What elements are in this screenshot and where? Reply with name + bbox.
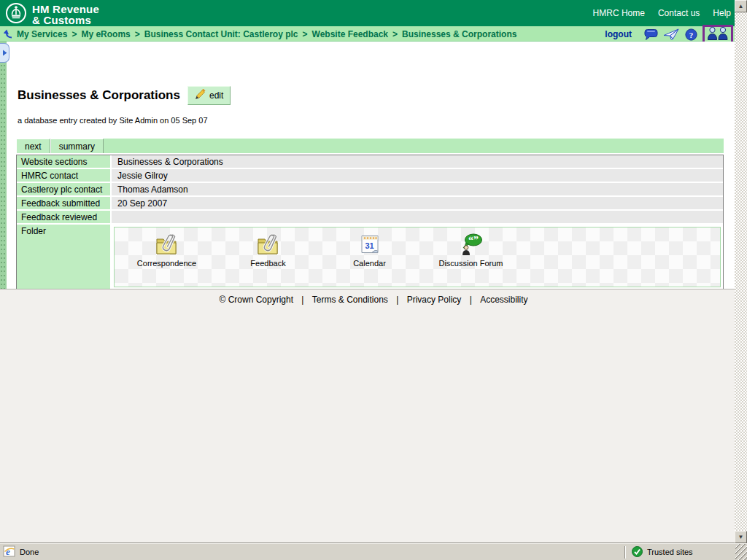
trusted-sites-check-icon bbox=[632, 546, 643, 559]
link-hmrc-home[interactable]: HMRC Home bbox=[593, 8, 645, 18]
crown-copyright: © Crown Copyright bbox=[219, 295, 293, 305]
crumb-separator: > bbox=[392, 29, 398, 39]
up-level-icon[interactable] bbox=[3, 29, 12, 39]
crumb-separator: > bbox=[303, 29, 308, 39]
field-value: Thomas Adamson bbox=[112, 183, 723, 197]
folder-item-discussion-forum[interactable]: “” Discussion Forum bbox=[420, 231, 522, 268]
folder-item-correspondence[interactable]: Correspondence bbox=[116, 231, 217, 268]
tab-next[interactable]: next bbox=[16, 139, 50, 153]
resize-grip bbox=[735, 544, 747, 560]
calendar-icon: 31 bbox=[359, 231, 381, 257]
send-plane-icon[interactable] bbox=[663, 28, 680, 40]
folder-row: Folder bbox=[17, 225, 723, 289]
folder-contents: Correspondence bbox=[114, 227, 721, 287]
security-zone-section: Trusted sites bbox=[626, 546, 735, 559]
field-label: HMRC contact bbox=[17, 169, 112, 183]
crumb-my-services[interactable]: My Services bbox=[17, 29, 67, 39]
table-row: Website sections Businesses & Corporatio… bbox=[17, 155, 723, 169]
footer-link-accessibility[interactable]: Accessibility bbox=[480, 295, 527, 305]
breadcrumb: My Services > My eRooms > Business Conta… bbox=[3, 26, 516, 42]
sidebar-expand-handle[interactable] bbox=[0, 43, 9, 63]
banner-links: HMRC Home Contact us Help bbox=[593, 0, 731, 26]
security-zone-label: Trusted sites bbox=[647, 548, 693, 556]
svg-text:e: e bbox=[6, 546, 10, 557]
folder-item-label: Correspondence bbox=[137, 259, 196, 268]
browser-status-bar: e Done Trusted sites bbox=[0, 543, 747, 560]
hmrc-banner: HM Revenue & Customs HMRC Home Contact u… bbox=[0, 0, 747, 26]
discussion-forum-icon: “” bbox=[459, 231, 484, 257]
breadcrumb-bar: My Services > My eRooms > Business Conta… bbox=[0, 26, 747, 42]
page-lower-area: © Crown Copyright | Terms & Conditions |… bbox=[0, 289, 747, 543]
folder-item-label: Discussion Forum bbox=[438, 259, 503, 268]
footer-separator: | bbox=[301, 295, 303, 305]
footer-separator: | bbox=[470, 295, 472, 305]
link-contact-us[interactable]: Contact us bbox=[658, 8, 700, 18]
crumb-website-feedback[interactable]: Website Feedback bbox=[312, 29, 388, 39]
field-label: Castleroy plc contact bbox=[17, 183, 112, 197]
help-icon[interactable]: ? bbox=[685, 28, 697, 41]
tab-strip: next summary bbox=[16, 139, 724, 153]
folder-item-feedback[interactable]: Feedback bbox=[217, 231, 319, 268]
entry-table: Website sections Businesses & Corporatio… bbox=[16, 155, 724, 303]
crumb-business-contact-unit[interactable]: Business Contact Unit: Castleroy plc bbox=[144, 29, 298, 39]
field-label: Feedback submitted bbox=[17, 197, 112, 211]
footer-separator: | bbox=[396, 295, 398, 305]
scroll-down-icon[interactable]: ▼ bbox=[735, 531, 747, 543]
edit-button[interactable]: edit bbox=[187, 86, 231, 105]
edit-button-label: edit bbox=[209, 90, 223, 101]
table-row: Feedback reviewed bbox=[17, 211, 723, 225]
field-label: Feedback reviewed bbox=[17, 211, 112, 225]
hmrc-logo: HM Revenue & Customs bbox=[5, 2, 99, 27]
chat-bubble-icon[interactable] bbox=[644, 28, 658, 40]
folder-cell: Correspondence bbox=[112, 225, 723, 289]
folder-item-calendar[interactable]: 31 Calendar bbox=[319, 231, 420, 268]
sidebar-collapse-strip bbox=[0, 42, 7, 289]
crumb-separator: > bbox=[135, 29, 140, 39]
footer-link-terms[interactable]: Terms & Conditions bbox=[312, 295, 388, 305]
scroll-up-icon[interactable]: ▲ bbox=[735, 0, 747, 12]
footer-link-privacy[interactable]: Privacy Policy bbox=[407, 295, 462, 305]
field-label: Folder bbox=[17, 225, 112, 289]
entry-byline: a database entry created by Site Admin o… bbox=[18, 116, 208, 125]
table-row: Feedback submitted 20 Sep 2007 bbox=[17, 197, 723, 211]
svg-text:31: 31 bbox=[365, 241, 374, 249]
svg-text:“”: “” bbox=[468, 235, 479, 246]
tab-summary[interactable]: summary bbox=[50, 139, 104, 153]
status-text: Done bbox=[20, 548, 39, 556]
crumb-separator: > bbox=[71, 29, 77, 39]
browser-viewport: HM Revenue & Customs HMRC Home Contact u… bbox=[0, 0, 747, 560]
page-title: Businesses & Corporations bbox=[18, 88, 180, 103]
crumb-my-erooms[interactable]: My eRooms bbox=[81, 29, 130, 39]
field-value: Businesses & Corporations bbox=[112, 155, 723, 169]
crumb-current-page[interactable]: Businesses & Corporations bbox=[402, 29, 516, 39]
folder-paperclip-icon bbox=[155, 231, 179, 257]
ie-page-icon: e bbox=[3, 545, 15, 559]
table-row: Castleroy plc contact Thomas Adamson bbox=[17, 183, 723, 197]
vertical-scrollbar[interactable]: ▲ ▼ bbox=[735, 0, 747, 543]
crown-logo-icon bbox=[5, 2, 27, 27]
table-row: HMRC contact Jessie Gilroy bbox=[17, 169, 723, 183]
svg-text:?: ? bbox=[689, 30, 694, 39]
logo-text: HM Revenue & Customs bbox=[32, 4, 99, 26]
members-icon bbox=[707, 26, 729, 43]
content-area: Businesses & Corporations edit a databas… bbox=[0, 42, 747, 289]
page-footer: © Crown Copyright | Terms & Conditions |… bbox=[0, 295, 747, 305]
field-value bbox=[112, 211, 723, 225]
field-value: Jessie Gilroy bbox=[112, 169, 723, 183]
folder-item-label: Feedback bbox=[250, 259, 285, 268]
field-value: 20 Sep 2007 bbox=[112, 197, 723, 211]
link-help[interactable]: Help bbox=[713, 8, 731, 18]
status-section: e Done bbox=[0, 545, 624, 559]
expand-handle-icon bbox=[2, 50, 7, 56]
folder-item-label: Calendar bbox=[353, 259, 386, 268]
folder-paperclip-icon bbox=[256, 231, 281, 257]
field-label: Website sections bbox=[17, 155, 112, 169]
logout-link[interactable]: logout bbox=[605, 29, 632, 39]
edit-pencil-icon bbox=[195, 89, 206, 102]
